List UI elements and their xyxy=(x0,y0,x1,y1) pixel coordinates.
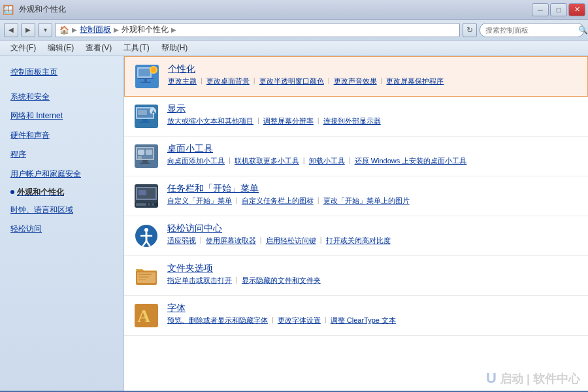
panel-text-taskbar: 任务栏和「开始」菜单 自定义「开始」菜单 | 自定义任务栏上的图标 | 更改「开… xyxy=(167,183,579,206)
panel-icon-personalize xyxy=(134,63,160,90)
panel-link-a3[interactable]: 打开或关闭高对比度 xyxy=(326,236,391,246)
titlebar-title: 外观和个性化 xyxy=(19,4,66,15)
sep1: ▶ xyxy=(72,26,77,33)
panel-links-gadgets: 向桌面添加小工具 | 联机获取更多小工具 | 卸载小工具 | 还原 Window… xyxy=(167,156,579,166)
sidebar-item-accessibility[interactable]: 轻松访问 xyxy=(0,220,123,239)
panel-link-fn0[interactable]: 预览、删除或者显示和隐藏字体 xyxy=(167,316,268,325)
panel-title-display[interactable]: 显示 xyxy=(167,103,579,115)
panel-title-access[interactable]: 轻松访问中心 xyxy=(167,223,579,235)
panel-link-g2[interactable]: 卸载小工具 xyxy=(309,156,345,166)
addressbar: ◀ ▶ ▾ 🏠 ▶ 控制面板 ▶ 外观和个性化 ▶ ↻ 🔍 xyxy=(0,20,588,41)
titlebar-left: 🪟 外观和个性化 xyxy=(3,4,66,15)
panel-title-personalize[interactable]: 个性化 xyxy=(168,63,578,75)
panel-link-g1[interactable]: 联机获取更多小工具 xyxy=(235,156,299,166)
breadcrumb-1[interactable]: 控制面板 xyxy=(80,24,111,35)
panel-link-d1[interactable]: 调整屏幕分辨率 xyxy=(263,116,314,126)
svg-rect-12 xyxy=(140,122,150,123)
close-button[interactable]: ✕ xyxy=(568,3,585,16)
panel-link-p0[interactable]: 更改主题 xyxy=(168,76,197,86)
panel-link-t1[interactable]: 自定义任务栏上的图标 xyxy=(242,196,314,206)
panel-link-t2[interactable]: 更改「开始」菜单上的图片 xyxy=(323,196,410,206)
panel-link-f0[interactable]: 指定单击或双击打开 xyxy=(167,276,232,286)
panel-icon-taskbar xyxy=(133,183,159,209)
panel-link-a0[interactable]: 适应弱视 xyxy=(167,236,196,246)
panel-icon-fonts: A xyxy=(133,302,159,329)
panel-links-access: 适应弱视 | 使用屏幕读取器 | 启用轻松访问键 | 打开或关闭高对比度 xyxy=(167,236,579,246)
svg-point-33 xyxy=(144,228,148,232)
panel-icon-display: A xyxy=(133,103,159,129)
refresh-button[interactable]: ↻ xyxy=(463,23,477,37)
sep3: ▶ xyxy=(171,26,176,33)
sidebar-item-clock[interactable]: 时钟、语言和区域 xyxy=(0,201,123,220)
panel-link-p2[interactable]: 更改半透明窗口颜色 xyxy=(259,76,324,86)
panel-text-personalize: 个性化 更改主题 | 更改桌面背景 | 更改半透明窗口颜色 | 更改声音效果 |… xyxy=(168,63,578,86)
sep2: ▶ xyxy=(114,26,119,33)
svg-rect-3 xyxy=(138,78,154,79)
panel-link-p3[interactable]: 更改声音效果 xyxy=(334,76,377,86)
menu-edit[interactable]: 编辑(E) xyxy=(42,41,79,55)
minimize-button[interactable]: ─ xyxy=(532,3,549,16)
panel-link-d0[interactable]: 放大或缩小文本和其他项目 xyxy=(167,116,253,126)
panel-link-a1[interactable]: 使用屏幕读取器 xyxy=(206,236,256,246)
svg-rect-23 xyxy=(138,156,142,159)
content-area: 个性化 更改主题 | 更改桌面背景 | 更改半透明窗口颜色 | 更改声音效果 |… xyxy=(124,56,588,391)
svg-rect-40 xyxy=(139,274,152,275)
panel-icon-access xyxy=(133,223,159,249)
panel-title-fonts[interactable]: 字体 xyxy=(167,302,579,314)
panel-links-folder: 指定单击或双击打开 | 显示隐藏的文件和文件夹 xyxy=(167,276,579,286)
menu-help[interactable]: 帮助(H) xyxy=(156,41,193,55)
sidebar: 控制面板主页 系统和安全 网络和 Internet 硬件和声音 程序 用户帐户和… xyxy=(0,56,124,391)
svg-rect-11 xyxy=(142,119,148,122)
sidebar-item-home[interactable]: 控制面板主页 xyxy=(0,63,123,82)
panel-link-fn1[interactable]: 更改字体设置 xyxy=(278,316,321,325)
sidebar-item-users[interactable]: 用户帐户和家庭安全 xyxy=(0,165,123,184)
svg-point-7 xyxy=(151,67,156,73)
address-path[interactable]: 🏠 ▶ 控制面板 ▶ 外观和个性化 ▶ xyxy=(55,23,460,37)
svg-rect-42 xyxy=(139,279,146,280)
breadcrumb-2[interactable]: 外观和个性化 xyxy=(122,24,169,35)
svg-rect-22 xyxy=(146,150,152,155)
svg-rect-2 xyxy=(139,69,150,76)
panel-links-display: 放大或缩小文本和其他项目 | 调整屏幕分辨率 | 连接到外部显示器 xyxy=(167,116,579,126)
sidebar-item-hardware[interactable]: 硬件和声音 xyxy=(0,126,123,146)
titlebar: 🪟 外观和个性化 ─ □ ✕ xyxy=(0,0,588,20)
sidebar-item-system[interactable]: 系统和安全 xyxy=(0,88,123,107)
app-icon: 🪟 xyxy=(3,5,14,15)
main-container: 控制面板主页 系统和安全 网络和 Internet 硬件和声音 程序 用户帐户和… xyxy=(0,56,588,391)
svg-rect-31 xyxy=(139,190,146,195)
maximize-button[interactable]: □ xyxy=(550,3,567,16)
sidebar-item-network[interactable]: 网络和 Internet xyxy=(0,106,123,126)
search-input[interactable] xyxy=(485,26,576,34)
sidebar-item-programs[interactable]: 程序 xyxy=(0,145,123,165)
panel-text-folder: 文件夹选项 指定单击或双击打开 | 显示隐藏的文件和文件夹 xyxy=(167,263,579,286)
svg-rect-5 xyxy=(140,82,151,83)
menubar: 文件(F) 编辑(E) 查看(V) 工具(T) 帮助(H) xyxy=(0,41,588,56)
panel-link-g3[interactable]: 还原 Windows 上安装的桌面小工具 xyxy=(355,156,467,166)
panel-link-d2[interactable]: 连接到外部显示器 xyxy=(323,116,381,126)
menu-file[interactable]: 文件(F) xyxy=(5,41,41,55)
search-box: 🔍 xyxy=(480,23,584,37)
back-button[interactable]: ◀ xyxy=(4,23,18,37)
panel-title-taskbar[interactable]: 任务栏和「开始」菜单 xyxy=(167,183,579,195)
panel-link-fn2[interactable]: 调整 ClearType 文本 xyxy=(331,316,396,325)
panel-link-t0[interactable]: 自定义「开始」菜单 xyxy=(167,196,232,206)
menu-tools[interactable]: 工具(T) xyxy=(118,41,154,55)
panel-links-fonts: 预览、删除或者显示和隐藏字体 | 更改字体设置 | 调整 ClearType 文… xyxy=(167,316,579,325)
panel-title-folder[interactable]: 文件夹选项 xyxy=(167,263,579,274)
svg-rect-29 xyxy=(148,203,150,206)
panel-fonts: A 字体 预览、删除或者显示和隐藏字体 | 更改字体设置 | 调整 ClearT… xyxy=(124,296,588,336)
panel-link-g0[interactable]: 向桌面添加小工具 xyxy=(167,156,225,166)
titlebar-controls: ─ □ ✕ xyxy=(532,3,585,16)
sidebar-item-appearance[interactable]: 外观和个性化 xyxy=(0,184,123,201)
panel-link-p4[interactable]: 更改屏幕保护程序 xyxy=(386,76,444,86)
svg-rect-30 xyxy=(152,203,154,206)
menu-view[interactable]: 查看(V) xyxy=(80,41,117,55)
panel-link-f1[interactable]: 显示隐藏的文件和文件夹 xyxy=(242,276,321,286)
panel-link-a2[interactable]: 启用轻松访问键 xyxy=(266,236,316,246)
panel-title-gadgets[interactable]: 桌面小工具 xyxy=(167,143,579,155)
forward-button[interactable]: ▶ xyxy=(21,23,35,37)
svg-rect-4 xyxy=(144,79,147,82)
svg-rect-13 xyxy=(138,110,147,115)
dropdown-button[interactable]: ▾ xyxy=(38,23,52,37)
panel-link-p1[interactable]: 更改桌面背景 xyxy=(206,76,250,86)
